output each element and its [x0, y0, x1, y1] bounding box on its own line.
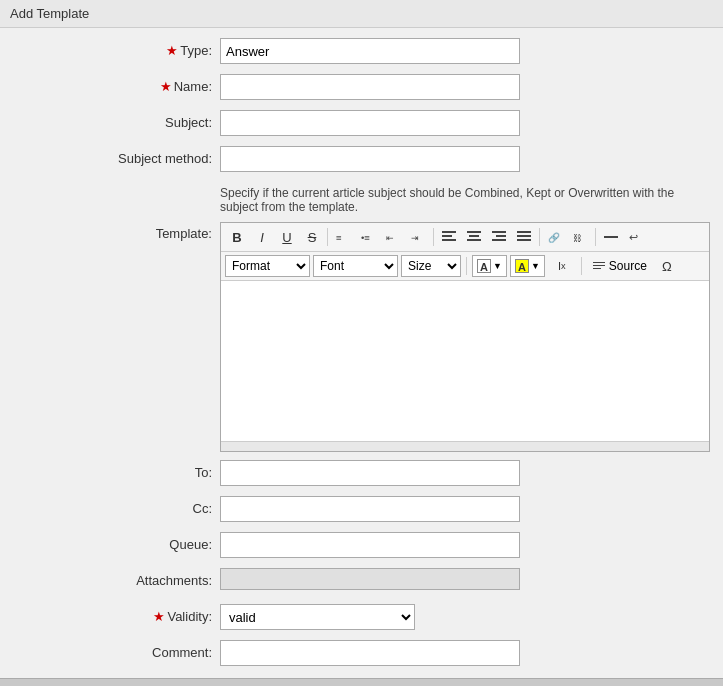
svg-rect-13	[517, 231, 531, 233]
svg-text:⇤: ⇤	[386, 233, 394, 243]
toolbar-sep2	[433, 228, 434, 246]
name-label: ★Name:	[0, 74, 220, 94]
svg-text:↩: ↩	[629, 231, 638, 243]
name-input[interactable]	[220, 74, 520, 100]
svg-rect-11	[496, 235, 506, 237]
svg-rect-9	[467, 239, 481, 241]
svg-rect-15	[517, 239, 531, 241]
attachments-field-container	[220, 568, 723, 590]
subject-field-container	[220, 110, 723, 136]
subject-input[interactable]	[220, 110, 520, 136]
indent-decrease-button[interactable]: ⇤	[381, 226, 405, 248]
attachments-label: Attachments:	[0, 568, 220, 588]
unordered-list-button[interactable]: •≡	[356, 226, 380, 248]
template-label: Template:	[0, 222, 220, 241]
cc-input[interactable]	[220, 496, 520, 522]
subscript-button[interactable]: Ix	[548, 255, 576, 277]
justify-button[interactable]	[512, 226, 536, 248]
link-button[interactable]: 🔗	[543, 226, 567, 248]
hr-button[interactable]	[599, 226, 623, 248]
align-center-button[interactable]	[462, 226, 486, 248]
toolbar-sep5	[466, 257, 467, 275]
align-right-button[interactable]	[487, 226, 511, 248]
comment-field-container	[220, 640, 723, 666]
comment-label: Comment:	[0, 640, 220, 660]
type-label: ★Type:	[0, 38, 220, 58]
to-field-container	[220, 460, 723, 486]
svg-rect-6	[442, 239, 456, 241]
template-editor-body[interactable]	[221, 281, 709, 441]
subject-method-field-container	[220, 146, 723, 172]
indent-increase-button[interactable]: ⇥	[406, 226, 430, 248]
attachments-button[interactable]	[220, 568, 520, 590]
toolbar-sep4	[595, 228, 596, 246]
ordered-list-button[interactable]: ≡	[331, 226, 355, 248]
comment-input[interactable]	[220, 640, 520, 666]
highlight-color-arrow-icon: ▼	[531, 261, 540, 271]
undo-button[interactable]: ↩	[624, 226, 648, 248]
source-button[interactable]: Source	[587, 255, 652, 277]
strikethrough-button[interactable]: S	[300, 226, 324, 248]
special-char-button[interactable]: Ω	[655, 255, 679, 277]
svg-rect-18	[604, 236, 618, 238]
svg-rect-14	[517, 235, 531, 237]
size-select[interactable]: Size	[401, 255, 461, 277]
svg-rect-5	[442, 235, 452, 237]
help-spacer	[0, 182, 220, 187]
queue-input[interactable]	[220, 532, 520, 558]
svg-rect-7	[467, 231, 481, 233]
font-select[interactable]: Font	[313, 255, 398, 277]
bold-button[interactable]: B	[225, 226, 249, 248]
format-select[interactable]: Format	[225, 255, 310, 277]
italic-button[interactable]: I	[250, 226, 274, 248]
svg-rect-12	[492, 239, 506, 241]
type-field-container	[220, 38, 723, 64]
validity-label: ★Validity:	[0, 604, 220, 624]
align-left-button[interactable]	[437, 226, 461, 248]
help-text-area: Specify if the current article subject s…	[220, 182, 723, 214]
unlink-button[interactable]: ⛓	[568, 226, 592, 248]
name-field-container	[220, 74, 723, 100]
svg-text:🔗: 🔗	[548, 232, 561, 244]
subject-method-input[interactable]	[220, 146, 520, 172]
page-title: Add Template	[0, 0, 723, 28]
cc-label: Cc:	[0, 496, 220, 516]
svg-rect-4	[442, 231, 456, 233]
svg-rect-8	[469, 235, 479, 237]
validity-select[interactable]: valid	[220, 604, 415, 630]
svg-text:•≡: •≡	[361, 232, 370, 243]
subject-method-help: Specify if the current article subject s…	[220, 186, 710, 214]
font-color-arrow-icon: ▼	[493, 261, 502, 271]
type-input[interactable]	[220, 38, 520, 64]
bottom-bar	[0, 678, 723, 686]
font-color-button[interactable]: A ▼	[472, 255, 507, 277]
validity-field-container: valid	[220, 604, 723, 630]
template-editor: B I U S ≡	[220, 222, 710, 452]
highlight-color-button[interactable]: A ▼	[510, 255, 545, 277]
template-editor-container: B I U S ≡	[220, 222, 723, 452]
svg-text:⛓: ⛓	[573, 233, 582, 243]
queue-label: Queue:	[0, 532, 220, 552]
to-label: To:	[0, 460, 220, 480]
toolbar-sep6	[581, 257, 582, 275]
svg-text:⇥: ⇥	[411, 233, 419, 243]
svg-rect-10	[492, 231, 506, 233]
subject-label: Subject:	[0, 110, 220, 130]
underline-button[interactable]: U	[275, 226, 299, 248]
svg-text:≡: ≡	[336, 232, 342, 243]
toolbar-sep1	[327, 228, 328, 246]
queue-field-container	[220, 532, 723, 558]
toolbar-sep3	[539, 228, 540, 246]
cc-field-container	[220, 496, 723, 522]
toolbar-row1: B I U S ≡	[221, 223, 709, 252]
editor-scrollbar[interactable]	[221, 441, 709, 451]
toolbar-row2: Format Font Size A ▼	[221, 252, 709, 281]
to-input[interactable]	[220, 460, 520, 486]
subject-method-label: Subject method:	[0, 146, 220, 166]
